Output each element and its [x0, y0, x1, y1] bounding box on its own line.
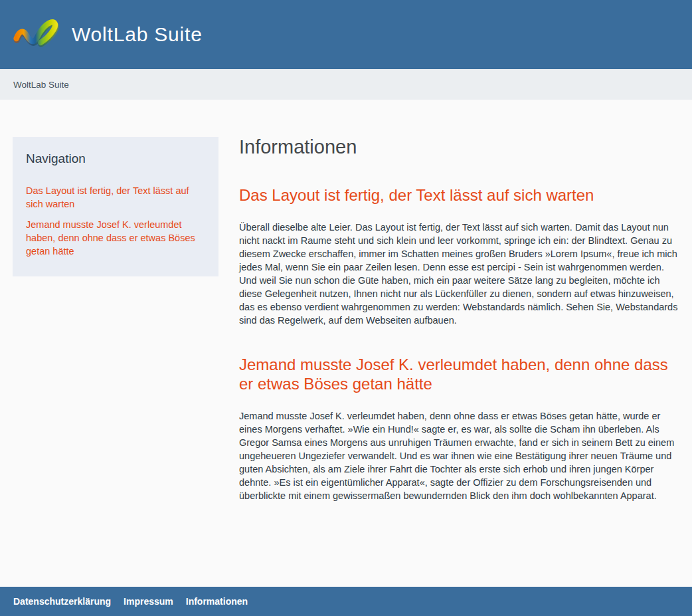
section-2-body: Jemand musste Josef K. verleumdet haben,…: [239, 409, 679, 502]
woltlab-logo-icon: [13, 15, 64, 54]
sidebar-title: Navigation: [26, 152, 205, 167]
footer-link-informationen[interactable]: Informationen: [186, 596, 248, 607]
section-2-heading: Jemand musste Josef K. verleumdet haben,…: [239, 355, 679, 393]
page-footer: Datenschutzerklärung Impressum Informati…: [0, 587, 692, 616]
breadcrumb-item-home[interactable]: WoltLab Suite: [13, 80, 69, 90]
section-1-body: Überall dieselbe alte Leier. Das Layout …: [239, 221, 679, 327]
page-title: Informationen: [239, 137, 679, 157]
main-content: Informationen Das Layout ist fertig, der…: [239, 137, 679, 502]
section-1-heading: Das Layout ist fertig, der Text lässt au…: [239, 185, 679, 205]
brand-title: WoltLab Suite: [72, 23, 203, 46]
breadcrumb: WoltLab Suite: [0, 69, 692, 100]
sidebar-nav: Das Layout ist fertig, der Text lässt au…: [26, 184, 205, 258]
content-section-1: Das Layout ist fertig, der Text lässt au…: [239, 185, 679, 327]
content-section-2: Jemand musste Josef K. verleumdet haben,…: [239, 355, 679, 502]
sidebar-item-jemand-musste[interactable]: Jemand musste Josef K. verleumdet haben,…: [26, 218, 205, 258]
page-header: WoltLab Suite: [0, 0, 692, 69]
page: WoltLab Suite WoltLab Suite Navigation D…: [0, 0, 692, 616]
content-layout: Navigation Das Layout ist fertig, der Te…: [0, 100, 692, 587]
footer-link-impressum[interactable]: Impressum: [124, 596, 173, 607]
sidebar-item-das-layout[interactable]: Das Layout ist fertig, der Text lässt au…: [26, 184, 205, 211]
footer-link-datenschutz[interactable]: Datenschutzerklärung: [13, 596, 111, 607]
sidebar-navigation-box: Navigation Das Layout ist fertig, der Te…: [13, 137, 218, 276]
